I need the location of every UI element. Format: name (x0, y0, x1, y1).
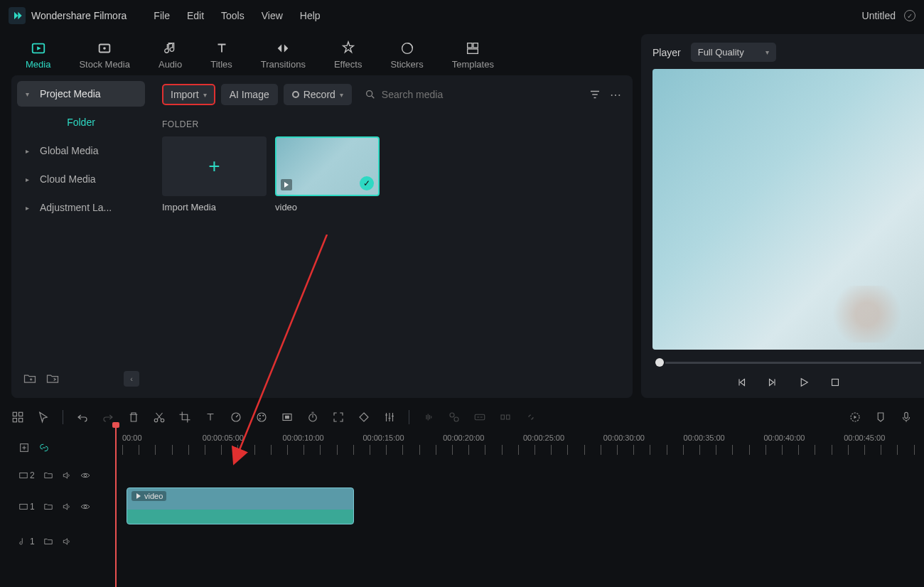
video-media-card[interactable]: ✓ video (275, 136, 380, 212)
folder-icon[interactable] (43, 470, 53, 480)
templates-icon (465, 41, 480, 56)
keyframe-icon[interactable] (358, 411, 370, 424)
color-icon[interactable] (255, 411, 268, 424)
layout-icon[interactable] (11, 411, 24, 424)
mic-icon[interactable] (900, 411, 913, 424)
link-icon[interactable] (525, 411, 537, 424)
text-icon[interactable] (204, 411, 217, 424)
track-1-label: 1 (18, 502, 35, 512)
audio-wave-icon[interactable] (422, 411, 435, 424)
cut-icon[interactable] (153, 411, 166, 424)
stock-icon (97, 41, 112, 56)
mute-icon[interactable] (62, 502, 72, 512)
svg-point-17 (259, 415, 261, 416)
chevron-right-icon: ▸ (26, 147, 34, 155)
player-scrubber[interactable] (652, 355, 924, 370)
import-button[interactable]: Import ▾ (162, 84, 215, 105)
tab-transitions[interactable]: Transitions (247, 38, 320, 72)
subtitle-icon[interactable] (473, 411, 486, 424)
ai-image-button[interactable]: AI Image (221, 84, 278, 105)
sidebar-item-project-media[interactable]: ▾ Project Media (17, 81, 145, 107)
app-name: Wondershare Filmora (31, 10, 127, 21)
svg-rect-10 (19, 412, 23, 416)
more-icon[interactable]: ⋯ (610, 88, 621, 102)
search-input[interactable] (382, 89, 481, 100)
audio-track-1: 1 (11, 527, 924, 556)
timeline-ruler[interactable]: 00:00 00:00:05:00 00:00:10:00 00:00:15:0… (122, 431, 924, 465)
tab-stock-media[interactable]: Stock Media (65, 38, 144, 72)
fit-icon[interactable] (332, 411, 345, 424)
undo-icon[interactable] (76, 411, 89, 424)
step-forward-button[interactable] (765, 375, 780, 389)
cursor-icon[interactable] (37, 411, 50, 424)
stop-button[interactable] (828, 375, 842, 389)
player-panel: Player Full Quality ▾ (641, 34, 924, 398)
tab-audio[interactable]: Audio (144, 38, 196, 72)
adjust-icon[interactable] (383, 411, 396, 424)
check-badge-icon: ✓ (360, 176, 374, 190)
transitions-icon (275, 41, 291, 56)
menu-view[interactable]: View (262, 10, 283, 21)
collapse-sidebar-button[interactable]: ‹ (124, 371, 139, 387)
render-icon[interactable] (849, 411, 861, 424)
scrubber-handle[interactable] (655, 358, 664, 367)
audio-mix-icon[interactable] (448, 411, 461, 424)
delete-icon[interactable] (127, 411, 140, 424)
project-title[interactable]: Untitled (862, 10, 896, 21)
quality-select[interactable]: Full Quality ▾ (691, 43, 776, 62)
tab-media[interactable]: Media (11, 38, 65, 72)
add-track-icon[interactable] (18, 442, 30, 453)
menu-help[interactable]: Help (300, 10, 321, 21)
media-icon (31, 41, 46, 56)
tab-stickers[interactable]: Stickers (376, 38, 437, 72)
marker-icon[interactable] (874, 411, 887, 424)
svg-point-7 (367, 91, 372, 97)
sidebar-item-global-media[interactable]: ▸ Global Media (17, 138, 145, 163)
filter-icon[interactable] (589, 88, 601, 102)
speed-icon[interactable] (230, 411, 242, 424)
tab-templates[interactable]: Templates (438, 38, 508, 72)
chevron-right-icon: ▸ (26, 176, 34, 183)
chevron-down-icon: ▾ (26, 90, 34, 98)
crop-icon[interactable] (178, 411, 191, 424)
play-icon (135, 492, 142, 500)
link-track-icon[interactable] (38, 442, 50, 453)
new-folder-icon[interactable] (23, 372, 37, 386)
video-preview[interactable] (652, 69, 924, 350)
prev-frame-button[interactable] (734, 375, 748, 389)
folder-link[interactable]: Folder (17, 109, 145, 135)
mute-icon[interactable] (62, 537, 72, 546)
mask-icon[interactable] (281, 411, 294, 424)
sidebar-item-adjustment-layer[interactable]: ▸ Adjustment La... (17, 195, 145, 220)
record-button[interactable]: Record ▾ (284, 84, 352, 105)
svg-rect-27 (507, 415, 510, 419)
folder-icon[interactable] (43, 537, 53, 546)
tab-titles[interactable]: Titles (196, 38, 247, 72)
plus-icon: + (208, 155, 220, 178)
menu-tools[interactable]: Tools (221, 10, 245, 21)
menu-edit[interactable]: Edit (187, 10, 204, 21)
folder-icon[interactable] (43, 502, 53, 512)
svg-point-23 (450, 413, 454, 417)
player-title: Player (652, 47, 681, 58)
visibility-icon[interactable] (80, 502, 90, 512)
menu-file[interactable]: File (154, 10, 170, 21)
effects-icon (340, 41, 356, 56)
detach-icon[interactable] (499, 411, 512, 424)
svg-rect-6 (468, 48, 478, 53)
timeline-clip-video[interactable]: video (127, 488, 354, 524)
stickers-icon (399, 41, 415, 56)
play-button[interactable] (797, 375, 811, 389)
mute-icon[interactable] (62, 470, 72, 480)
svg-rect-31 (20, 473, 28, 478)
chevron-right-icon: ▸ (26, 204, 34, 212)
svg-point-2 (103, 47, 106, 50)
sidebar-item-cloud-media[interactable]: ▸ Cloud Media (17, 166, 145, 192)
timer-icon[interactable] (306, 411, 319, 424)
svg-point-34 (84, 505, 87, 508)
folder-out-icon[interactable] (45, 372, 60, 386)
playhead[interactable] (115, 425, 117, 587)
import-media-card[interactable]: + Import Media (162, 136, 267, 212)
tab-effects[interactable]: Effects (320, 38, 377, 72)
visibility-icon[interactable] (80, 470, 90, 480)
